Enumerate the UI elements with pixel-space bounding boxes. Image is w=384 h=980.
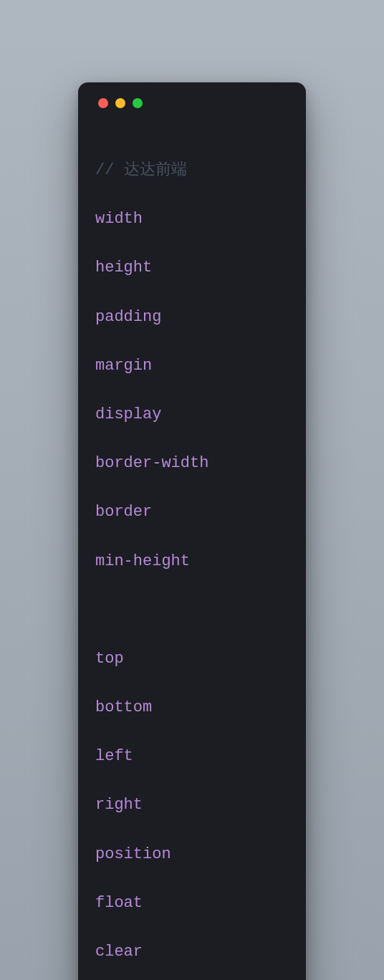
canvas: // 达达前端 width height padding margin disp… <box>0 0 384 980</box>
window-controls <box>95 98 289 108</box>
css-property: border-width <box>95 451 289 476</box>
css-property: height <box>95 256 289 280</box>
css-property: top <box>95 647 289 671</box>
comment-slashes: // <box>95 161 114 179</box>
code-window: // 达达前端 width height padding margin disp… <box>78 82 306 980</box>
code-block: // 达达前端 width height padding margin disp… <box>95 134 289 980</box>
code-comment: // 达达前端 <box>95 158 289 183</box>
blank-line <box>95 598 289 623</box>
css-property: right <box>95 793 289 817</box>
close-icon[interactable] <box>98 98 108 108</box>
css-property: float <box>95 891 289 916</box>
css-property: width <box>95 207 289 231</box>
css-property: border <box>95 500 289 524</box>
css-property: margin <box>95 354 289 378</box>
zoom-icon[interactable] <box>133 98 143 108</box>
css-property: display <box>95 403 289 427</box>
css-property: position <box>95 842 289 867</box>
comment-text: 达达前端 <box>124 161 187 179</box>
css-property: padding <box>95 305 289 330</box>
css-property: clear <box>95 940 289 964</box>
minimize-icon[interactable] <box>115 98 125 108</box>
css-property: bottom <box>95 696 289 720</box>
css-property: min-height <box>95 549 289 574</box>
css-property: left <box>95 744 289 769</box>
